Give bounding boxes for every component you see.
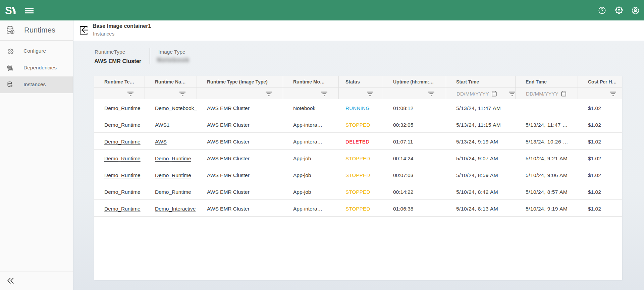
- svg-text:S: S: [5, 5, 12, 16]
